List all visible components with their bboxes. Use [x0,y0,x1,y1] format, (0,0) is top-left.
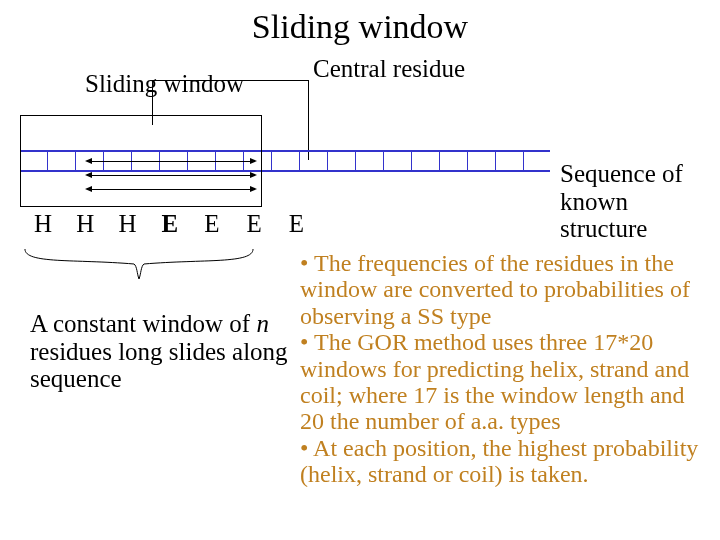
window-box [20,115,262,207]
bullet-2: • The GOR method uses three 17*20 window… [300,329,710,435]
brace-icon [20,244,258,284]
slide-arrow-icon [91,161,251,162]
residue-E: E [282,210,312,238]
central-residue-label: Central residue [313,55,465,83]
sliding-window-label: Sliding window [85,70,244,98]
slide-arrow-icon [91,189,251,190]
page-title: Sliding window [0,8,720,46]
slide-arrow-icon [91,175,251,176]
residue-H: H [70,210,100,238]
residue-H: H [28,210,58,238]
residue-E: E [239,210,269,238]
bullet-list: • The frequencies of the residues in the… [300,250,710,488]
residue-E-central: E [155,210,185,238]
diagram [20,100,550,200]
sequence-known-label: Sequence of known structure [560,160,720,243]
constant-window-caption: A constant window of n residues long sli… [30,310,290,393]
bullet-1: • The frequencies of the residues in the… [300,250,710,329]
sequence-letters: H H H E E E E [28,210,312,238]
central-residue-pointer-h [152,80,309,81]
residue-H: H [113,210,143,238]
residue-E: E [197,210,227,238]
bullet-3: • At each position, the highest probabil… [300,435,710,488]
